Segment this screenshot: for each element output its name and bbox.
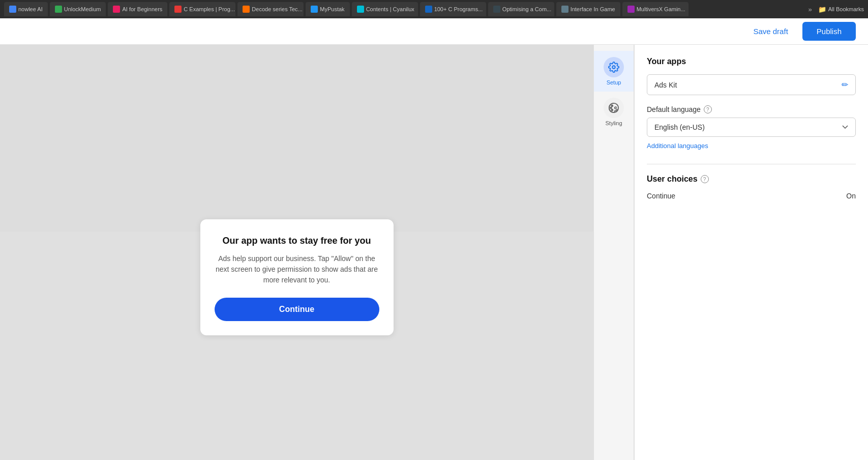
svg-point-2 (611, 105, 613, 107)
sidebar-setup-label: Setup (607, 79, 621, 85)
more-tabs-button[interactable]: » (805, 6, 815, 13)
svg-point-4 (611, 109, 613, 111)
browser-tab[interactable]: Contents | Cyanilux (352, 2, 418, 16)
sidebar-item-styling[interactable]: Styling (594, 92, 634, 132)
save-draft-button[interactable]: Save draft (745, 23, 796, 40)
browser-tab[interactable]: MyPustak (306, 2, 349, 16)
browser-tab[interactable]: AI for Beginners (108, 2, 167, 16)
preview-area: Our app wants to stay free for you Ads h… (0, 45, 593, 460)
styling-icon-circle (604, 98, 624, 118)
user-choices-help-icon[interactable]: ? (701, 175, 709, 183)
additional-languages-link[interactable]: Additional languages (647, 142, 708, 150)
main-layout: Our app wants to stay free for you Ads h… (0, 45, 868, 460)
continue-choice-status: On (846, 192, 856, 200)
app-selector[interactable]: Ads Kit ✏ (647, 74, 856, 95)
your-apps-title: Your apps (647, 57, 856, 66)
default-language-label: Default language ? (647, 105, 856, 113)
sidebar-item-setup[interactable]: Setup (594, 51, 634, 92)
browser-tab[interactable]: UnlockMedium (50, 2, 106, 16)
section-divider (647, 164, 856, 164)
edit-icon[interactable]: ✏ (842, 80, 848, 90)
sidebar: Setup Styling (593, 45, 634, 460)
user-choices-header: User choices ? (647, 175, 856, 184)
palette-icon (608, 102, 619, 113)
browser-chrome: nowlee AIUnlockMediumAI for BeginnersC E… (0, 0, 868, 18)
user-choices-title: User choices (647, 175, 698, 184)
consent-card: Our app wants to stay free for you Ads h… (200, 219, 394, 335)
svg-point-0 (612, 66, 615, 69)
consent-body: Ads help support our business. Tap "Allo… (215, 253, 379, 285)
consent-title: Our app wants to stay free for you (215, 236, 379, 246)
browser-tab[interactable]: MultiversX Gamin... (622, 2, 689, 16)
browser-tab[interactable]: Optimising a Com... (488, 2, 554, 16)
right-panel: Your apps Ads Kit ✏ Default language ? E… (634, 45, 868, 460)
app-name: Ads Kit (654, 81, 677, 89)
browser-tab[interactable]: C Examples | Prog... (169, 2, 235, 16)
language-select[interactable]: English (en-US)Spanish (es)French (fr)Ge… (647, 118, 856, 137)
continue-choice-label: Continue (647, 192, 675, 200)
browser-tab[interactable]: Decode series Tec... (237, 2, 304, 16)
publish-button[interactable]: Publish (802, 22, 856, 41)
default-language-help-icon[interactable]: ? (704, 105, 712, 113)
preview-top-section (0, 45, 593, 232)
sidebar-styling-label: Styling (605, 120, 622, 126)
main-toolbar: Save draft Publish (0, 18, 868, 45)
gear-icon (608, 62, 619, 73)
continue-choice-row: Continue On (647, 192, 856, 200)
setup-icon-circle (604, 57, 624, 77)
browser-tab[interactable]: 100+ C Programs... (420, 2, 486, 16)
bookmarks-button[interactable]: 📁 All Bookmarks (818, 6, 864, 13)
svg-point-3 (610, 107, 612, 109)
consent-continue-button[interactable]: Continue (215, 298, 379, 321)
browser-tab[interactable]: Interface In Game (556, 2, 620, 16)
browser-tab[interactable]: nowlee AI (4, 2, 48, 16)
